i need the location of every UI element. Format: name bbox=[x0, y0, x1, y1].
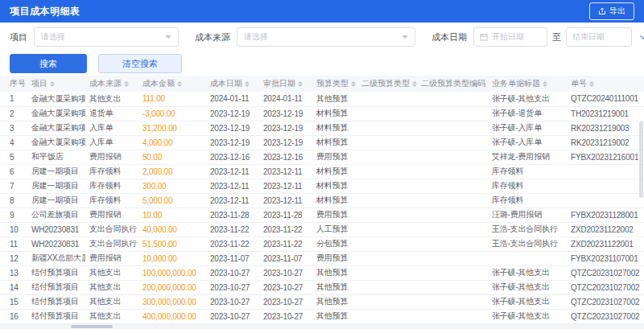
cost-source-select[interactable]: 请选择 bbox=[237, 27, 415, 47]
column-header-secondary-budget-type-code[interactable]: 二级预算类型编码 bbox=[417, 76, 488, 92]
column-header-business-doc-title[interactable]: 业务单据标题 bbox=[488, 76, 567, 92]
cell-cost-source: 支出合同执行 bbox=[85, 222, 138, 236]
sort-icon[interactable] bbox=[351, 81, 356, 88]
cell-budget-type: 费用预算 bbox=[312, 251, 357, 265]
sort-icon[interactable] bbox=[589, 81, 594, 88]
column-header-approval-date[interactable]: 审批日期 bbox=[259, 76, 312, 92]
clear-search-button[interactable]: 清空搜索 bbox=[98, 54, 182, 73]
column-header-secondary-budget-type[interactable]: 二级预算类型 bbox=[357, 76, 417, 92]
date-start-input[interactable]: 开始日期 bbox=[473, 27, 547, 47]
cell-cost-source: 其他支出 bbox=[85, 309, 138, 323]
column-header-budget-type[interactable]: 预算类型 bbox=[312, 76, 357, 92]
cell-cost-source: 库存领料 bbox=[85, 179, 138, 193]
cell-doc-no bbox=[567, 179, 644, 193]
cell-index: 13 bbox=[0, 265, 27, 280]
cell-budget-type: 其他预算 bbox=[312, 309, 357, 323]
sort-icon[interactable] bbox=[245, 81, 250, 88]
cell-cost-amount: 51,500.00 bbox=[138, 236, 206, 251]
cell-approval-date: 2024-01-11 bbox=[259, 92, 312, 106]
column-header-cost-source[interactable]: 成本来源 bbox=[85, 76, 138, 92]
cell-cost-amount: 111.00 bbox=[138, 92, 206, 106]
table-row[interactable]: 11WH20230831支出合同执行51,500.002023-11-22202… bbox=[0, 236, 644, 251]
cell-business-doc-title: 张子硕-入库单 bbox=[488, 121, 567, 135]
sort-icon[interactable] bbox=[543, 81, 547, 88]
table-row[interactable]: 1金融大厦采购项目其他支出111.002024-01-112024-01-11其… bbox=[0, 92, 644, 106]
cell-project: 金融大厦采购项目 bbox=[27, 121, 85, 135]
date-end-placeholder: 结束日期 bbox=[572, 31, 605, 43]
date-end-input[interactable]: 结束日期 bbox=[566, 27, 632, 47]
cell-secondary-budget-type bbox=[357, 236, 417, 251]
table-row[interactable]: 4金融大厦采购项目入库单4,000.002023-12-192023-12-19… bbox=[0, 135, 644, 150]
cell-budget-type: 材料预算 bbox=[312, 106, 357, 121]
cell-secondary-budget-type-code bbox=[417, 294, 488, 309]
table-row[interactable]: 3金融大厦采购项目入库单31,200.002023-12-192023-12-1… bbox=[0, 121, 644, 135]
table-row[interactable]: 9公司差旅项目费用报销10.002023-11-282023-11-28费用预算… bbox=[0, 208, 644, 222]
table-header-row: 序号项目成本来源成本金额成本日期审批日期预算类型二级预算类型二级预算类型编码业务… bbox=[0, 76, 644, 92]
cell-cost-date: 2023-10-27 bbox=[206, 280, 259, 294]
cell-project: 结付预算项目 bbox=[27, 309, 85, 323]
table-row[interactable]: 7房建一期项目库存领料300.002023-12-112023-12-11材料预… bbox=[0, 179, 644, 193]
table-row[interactable]: 13结付预算项目其他支出100,000,000.002023-10-272023… bbox=[0, 265, 644, 280]
table-row[interactable]: 6房建一期项目库存领料2,000.002023-12-112023-12-11材… bbox=[0, 164, 644, 179]
cell-approval-date: 2023-10-27 bbox=[259, 280, 312, 294]
project-select[interactable]: 请选择 bbox=[34, 27, 179, 47]
cell-secondary-budget-type-code bbox=[417, 236, 488, 251]
cost-source-filter-label: 成本来源 bbox=[195, 31, 230, 43]
table-row[interactable]: 2金融大厦采购项目退货单-3,000.002023-12-192023-12-1… bbox=[0, 106, 644, 121]
chevron-down-icon bbox=[165, 35, 171, 39]
column-header-cost-date[interactable]: 成本日期 bbox=[206, 76, 259, 92]
cell-cost-date: 2023-10-27 bbox=[206, 294, 259, 309]
cell-cost-date: 2023-11-22 bbox=[206, 236, 259, 251]
horizontal-scrollbar-thumb[interactable] bbox=[71, 325, 113, 328]
cell-secondary-budget-type bbox=[357, 251, 417, 265]
column-header-cost-amount[interactable]: 成本金额 bbox=[138, 76, 206, 92]
table-row[interactable]: 5和平饭店费用报销50.002023-12-162023-12-16费用预算艾祥… bbox=[0, 150, 644, 164]
expand-filter-link[interactable]: 展开筛选 bbox=[640, 31, 644, 43]
cell-doc-no: QTZC20240111001 bbox=[567, 92, 644, 106]
cell-business-doc-title: 张子硕-其他支出 bbox=[488, 265, 567, 280]
column-header-index[interactable]: 序号 bbox=[0, 76, 27, 92]
sort-icon[interactable] bbox=[298, 81, 303, 88]
table-row[interactable]: 14结付预算项目其他支出200,000,000.002023-10-272023… bbox=[0, 280, 644, 294]
table-body: 1金融大厦采购项目其他支出111.002024-01-112024-01-11其… bbox=[0, 92, 644, 329]
export-button-label: 导出 bbox=[609, 6, 625, 17]
cell-budget-type: 费用预算 bbox=[312, 150, 357, 164]
cell-project: 金融大厦采购项目 bbox=[27, 135, 85, 150]
cell-doc-no: QTZC20231027002 bbox=[567, 280, 644, 294]
cell-budget-type: 其他预算 bbox=[312, 92, 357, 106]
cell-doc-no: ZXD20231122002 bbox=[567, 222, 644, 236]
cell-cost-amount: 2,000.00 bbox=[138, 164, 206, 179]
vertical-scrollbar-thumb[interactable] bbox=[639, 121, 643, 198]
date-range-separator: 至 bbox=[552, 31, 561, 43]
sort-icon[interactable] bbox=[177, 81, 182, 88]
cell-cost-amount: 5,000.00 bbox=[138, 193, 206, 208]
cell-cost-date: 2023-12-16 bbox=[206, 150, 259, 164]
table-row[interactable]: 12新疆XX总部大厦工程二期费用报销10,000.002023-11-07202… bbox=[0, 251, 644, 265]
cell-doc-no: QTZC20231027002 bbox=[567, 265, 644, 280]
date-start-placeholder: 开始日期 bbox=[492, 31, 524, 43]
cell-cost-date: 2023-12-19 bbox=[206, 106, 259, 121]
cell-project: 结付预算项目 bbox=[27, 294, 85, 309]
topbar: 项目成本明细表 导出 bbox=[0, 0, 644, 23]
cell-index: 8 bbox=[0, 193, 27, 208]
cell-secondary-budget-type-code bbox=[417, 309, 488, 323]
sort-icon[interactable] bbox=[412, 81, 417, 88]
column-header-doc-no[interactable]: 单号 bbox=[567, 76, 644, 92]
search-button[interactable]: 搜索 bbox=[10, 54, 87, 73]
cell-doc-no: RK20231219002 bbox=[567, 135, 644, 150]
column-header-project[interactable]: 项目 bbox=[27, 76, 85, 92]
sort-icon[interactable] bbox=[124, 81, 129, 88]
cell-cost-amount: 10,000.00 bbox=[138, 251, 206, 265]
export-button[interactable]: 导出 bbox=[589, 2, 634, 20]
cell-project: 金融大厦采购项目 bbox=[27, 106, 85, 121]
table-row[interactable]: 16结付预算项目其他支出400,000,000.002023-10-272023… bbox=[0, 309, 644, 323]
cell-cost-amount: 300.00 bbox=[138, 179, 206, 193]
table-row[interactable]: 8房建一期项目库存领料5,000.002023-12-112023-12-11材… bbox=[0, 193, 644, 208]
sort-icon[interactable] bbox=[50, 81, 55, 88]
cell-cost-amount: 100,000,000.00 bbox=[138, 265, 206, 280]
cell-approval-date: 2023-11-28 bbox=[259, 208, 312, 222]
cell-approval-date: 2023-11-22 bbox=[259, 236, 312, 251]
cell-cost-source: 其他支出 bbox=[85, 294, 138, 309]
table-row[interactable]: 15结付预算项目其他支出300,000,000.002023-10-272023… bbox=[0, 294, 644, 309]
table-row[interactable]: 10WH20230831支出合同执行40,000.002023-11-22202… bbox=[0, 222, 644, 236]
